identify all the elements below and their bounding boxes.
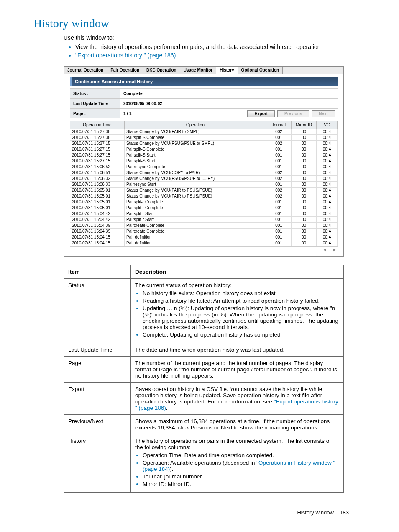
history-table: Operation TimeOperationJournalMirror IDV… (70, 121, 338, 246)
desc-row: StatusThe current status of operation hi… (64, 279, 344, 343)
table-row[interactable]: 2010/07/31 15:06:32Status Change by MCU(… (70, 176, 338, 182)
intro-item: View the history of operations performed… (75, 44, 374, 50)
desc-item: Export (64, 383, 131, 415)
intro-link[interactable]: "Export operations history " (page 186) (75, 52, 176, 59)
last-update-label: Last Update Time : (70, 99, 120, 108)
table-row[interactable]: 2010/07/31 15:04:42Pairsplit-r Start0010… (70, 211, 338, 217)
tab-usage-monitor[interactable]: Usage Monitor (180, 67, 216, 74)
table-row[interactable]: 2010/07/31 15:27:38Pairsplit-S Complete0… (70, 135, 338, 141)
table-row[interactable]: 2010/07/31 15:05:01Pairsplit-r Complete0… (70, 205, 338, 211)
status-value: Complete (120, 89, 338, 98)
desc-bullet: Reading a history file failed: An attemp… (143, 298, 339, 304)
desc-header-item: Item (64, 265, 131, 279)
next-button[interactable]: Next (312, 110, 335, 117)
desc-bullet: Operation Time: Date and time operation … (143, 452, 339, 458)
export-button[interactable]: Export (247, 110, 275, 117)
tab-pair-operation[interactable]: Pair Operation (107, 67, 143, 74)
page-value: 1 / 1 (120, 109, 247, 118)
table-row[interactable]: 2010/07/31 15:27:15Status Change by MCU(… (70, 141, 338, 146)
desc-text: Shows a maximum of 16,384 operations at … (131, 415, 344, 434)
table-row[interactable]: 2010/07/31 15:05:01Status Change by MCU(… (70, 188, 338, 193)
previous-button[interactable]: Previous (277, 110, 309, 117)
table-row[interactable]: 2010/07/31 15:04:15Pair definition001000… (70, 234, 338, 240)
tab-bar: Journal OperationPair OperationDKC Opera… (64, 67, 343, 74)
desc-row: Last Update TimeThe date and time when o… (64, 343, 344, 357)
tab-history[interactable]: History (216, 67, 238, 74)
page-heading: History window (33, 17, 374, 30)
table-row[interactable]: 2010/07/31 15:06:33Pairresync Start00100… (70, 182, 338, 188)
footer-page: 183 (340, 509, 349, 516)
intro-item: "Export operations history " (page 186) (75, 52, 374, 59)
scroll-corner: ◄ ► (70, 246, 338, 252)
intro-lead: Use this window to: (64, 34, 374, 41)
desc-header-desc: Description (131, 265, 344, 279)
table-row[interactable]: 2010/07/31 15:05:01Pairsplit-r Complete0… (70, 199, 338, 205)
desc-bullet: No history file exists: Operation histor… (143, 290, 339, 296)
history-col-header: Operation (125, 121, 266, 129)
desc-item: Page (64, 357, 131, 383)
table-row[interactable]: 2010/07/31 15:05:01Status Change by MCU(… (70, 193, 338, 199)
status-label: Status : (70, 89, 120, 98)
table-row[interactable]: 2010/07/31 15:06:51Status Change by MCU(… (70, 170, 338, 176)
table-row[interactable]: 2010/07/31 15:04:39Paircreate Complete00… (70, 223, 338, 229)
desc-item: Status (64, 279, 131, 343)
intro-block: Use this window to: View the history of … (64, 34, 374, 59)
desc-text: The current status of operation history:… (131, 279, 344, 343)
panel-title: Continuous Access Journal History (70, 77, 338, 86)
history-col-header: Journal (266, 121, 292, 129)
description-table: Item Description StatusThe current statu… (64, 265, 344, 493)
history-window-screenshot: Journal OperationPair OperationDKC Opera… (64, 66, 344, 257)
desc-bullet: Journal: journal number. (143, 473, 339, 480)
last-update-value: 2010/08/05 09:00:02 (120, 99, 338, 108)
desc-item: History (64, 434, 131, 493)
table-row[interactable]: 2010/07/31 15:27:15Pairsplit-S Complete0… (70, 146, 338, 152)
desc-row: PageThe number of the current page and t… (64, 357, 344, 383)
history-col-header: Mirror ID (292, 121, 317, 129)
tab-optional-operation[interactable]: Optional Operation (238, 67, 283, 74)
tab-dkc-operation[interactable]: DKC Operation (143, 67, 180, 74)
tab-journal-operation[interactable]: Journal Operation (64, 67, 107, 74)
desc-text: The number of the current page and the t… (131, 357, 344, 383)
desc-item: Previous/Next (64, 415, 131, 434)
history-col-header: Operation Time (70, 121, 125, 129)
desc-text: The history of operations on pairs in th… (131, 434, 344, 493)
page-label: Page : (70, 109, 120, 118)
table-row[interactable]: 2010/07/31 15:27:15Pairsplit-S Start0010… (70, 152, 338, 158)
desc-bullet: Operation: Available operations (describ… (143, 460, 339, 472)
desc-bullet: Mirror ID: Mirror ID. (143, 481, 339, 487)
table-row[interactable]: 2010/07/31 15:04:15Pair definition001000… (70, 240, 338, 246)
desc-row: HistoryThe history of operations on pair… (64, 434, 344, 493)
table-row[interactable]: 2010/07/31 15:04:42Pairsplit-r Start0010… (70, 217, 338, 223)
desc-bullet: Updating … n (%): Updating of operation … (143, 305, 339, 330)
table-row[interactable]: 2010/07/31 15:27:15Pairsplit-S Start0010… (70, 158, 338, 164)
page-footer: History window 183 (33, 509, 349, 516)
desc-text: Saves operation history in a CSV file. Y… (131, 383, 344, 415)
table-row[interactable]: 2010/07/31 15:06:52Pairresync Complete00… (70, 164, 338, 170)
desc-text: The date and time when operation history… (131, 343, 344, 357)
history-col-header: VC (317, 121, 338, 129)
table-row[interactable]: 2010/07/31 15:04:39Paircreate Complete00… (70, 229, 338, 234)
footer-label: History window (297, 509, 333, 516)
desc-bullet: Complete: Updating of operation history … (143, 332, 339, 338)
desc-row: ExportSaves operation history in a CSV f… (64, 383, 344, 415)
table-row[interactable]: 2010/07/31 15:27:38Status Change by MCU(… (70, 129, 338, 135)
desc-item: Last Update Time (64, 343, 131, 357)
desc-row: Previous/NextShows a maximum of 16,384 o… (64, 415, 344, 434)
